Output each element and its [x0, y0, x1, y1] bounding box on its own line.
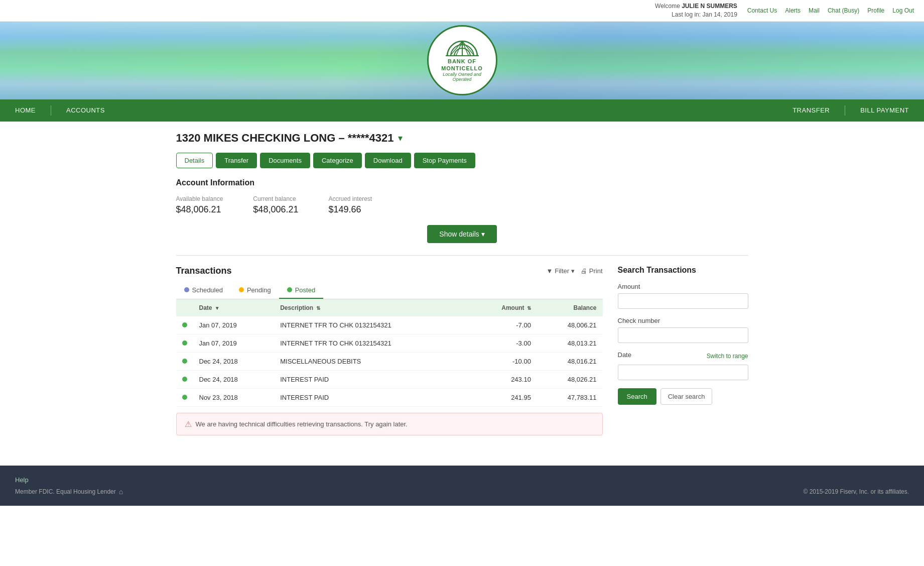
- logo-tagline: Locally Owned and Operated: [434, 72, 491, 82]
- welcome-label: Welcome: [655, 3, 680, 10]
- last-login: Last log in: Jan 14, 2019: [672, 11, 737, 18]
- equal-housing-icon: ⌂: [119, 488, 123, 496]
- row-amount: -10.00: [471, 352, 537, 370]
- amount-field: Amount: [618, 283, 748, 309]
- transactions-table: Date ▼ Description ⇅ Amount ⇅ Balance Ja…: [176, 299, 603, 407]
- username: JULIE N SUMMERS: [682, 3, 737, 10]
- transactions-section: Transactions ▼ Filter ▾ 🖨 Print Sched: [176, 266, 603, 435]
- date-label-row: Date Switch to range: [618, 351, 748, 362]
- contact-us-link[interactable]: Contact Us: [747, 7, 777, 14]
- footer-copyright: © 2015-2019 Fiserv, Inc. or its affiliat…: [804, 488, 909, 495]
- date-label: Date: [618, 351, 631, 359]
- current-balance-value: $48,006.21: [253, 204, 298, 215]
- row-balance: 48,026.21: [537, 370, 603, 388]
- error-icon: ⚠: [185, 419, 192, 429]
- amount-label: Amount: [618, 283, 748, 290]
- nav-transfer[interactable]: TRANSFER: [777, 100, 845, 120]
- show-details-button[interactable]: Show details ▾: [427, 225, 496, 243]
- account-info-grid: Available balance $48,006.21 Current bal…: [176, 195, 748, 215]
- svg-rect-5: [446, 55, 479, 56]
- nav-accounts[interactable]: ACCOUNTS: [51, 100, 120, 120]
- date-input[interactable]: [618, 365, 748, 380]
- available-balance-item: Available balance $48,006.21: [176, 195, 223, 215]
- nav-home[interactable]: HOME: [0, 100, 51, 120]
- categorize-button[interactable]: Categorize: [313, 153, 362, 168]
- details-button[interactable]: Details: [176, 153, 213, 168]
- check-number-input[interactable]: [618, 327, 748, 343]
- date-sort-icon: ▼: [215, 305, 220, 311]
- pending-dot-icon: [239, 287, 244, 292]
- download-button[interactable]: Download: [365, 153, 411, 168]
- row-date: Dec 24, 2018: [193, 352, 275, 370]
- tab-posted-label: Posted: [295, 286, 315, 294]
- footer: Help Member FDIC. Equal Housing Lender ⌂…: [0, 466, 924, 506]
- switch-range-link[interactable]: Switch to range: [707, 353, 748, 360]
- col-balance: Balance: [537, 299, 603, 316]
- accrued-interest-item: Accrued interest $149.66: [328, 195, 372, 215]
- row-amount: -7.00: [471, 316, 537, 334]
- check-number-label: Check number: [618, 317, 748, 324]
- filter-button[interactable]: ▼ Filter ▾: [546, 267, 574, 275]
- account-name: 1320 MIKES CHECKING LONG – *****4321: [176, 132, 394, 145]
- table-row: Jan 07, 2019 INTERNET TFR TO CHK 0132154…: [176, 316, 603, 334]
- row-date: Dec 24, 2018: [193, 370, 275, 388]
- tab-scheduled-label: Scheduled: [192, 286, 223, 294]
- row-dot-icon: [182, 359, 187, 364]
- footer-bottom: Member FDIC. Equal Housing Lender ⌂ © 20…: [15, 488, 909, 496]
- alerts-link[interactable]: Alerts: [785, 7, 801, 14]
- col-description[interactable]: Description ⇅: [274, 299, 471, 316]
- row-description: INTEREST PAID: [274, 388, 471, 406]
- account-dropdown-icon[interactable]: ▾: [398, 133, 403, 144]
- available-balance-label: Available balance: [176, 195, 223, 202]
- documents-button[interactable]: Documents: [260, 153, 310, 168]
- table-row: Jan 07, 2019 INTERNET TFR TO CHK 0132154…: [176, 334, 603, 352]
- scheduled-dot-icon: [184, 287, 189, 292]
- row-amount: -3.00: [471, 334, 537, 352]
- welcome-text: Welcome JULIE N SUMMERS Last log in: Jan…: [655, 2, 737, 19]
- amount-sort-icon: ⇅: [527, 305, 531, 311]
- amount-input[interactable]: [618, 293, 748, 309]
- account-info-title: Account Information: [176, 178, 748, 187]
- col-date[interactable]: Date ▼: [193, 299, 275, 316]
- row-status: [176, 352, 193, 370]
- top-links: Contact Us Alerts Mail Chat (Busy) Profi…: [747, 7, 914, 14]
- stop-payments-button[interactable]: Stop Payments: [414, 153, 475, 168]
- print-button[interactable]: 🖨 Print: [581, 267, 603, 275]
- header-banner: BANK OF MONTICELLO Locally Owned and Ope…: [0, 22, 924, 99]
- error-message: We are having technical difficulties ret…: [196, 420, 408, 428]
- posted-dot-icon: [287, 287, 292, 292]
- tab-pending[interactable]: Pending: [231, 282, 279, 299]
- table-row: Nov 23, 2018 INTEREST PAID 241.95 47,783…: [176, 388, 603, 406]
- search-button[interactable]: Search: [618, 388, 656, 405]
- check-number-field: Check number: [618, 317, 748, 343]
- chat-link[interactable]: Chat (Busy): [828, 7, 859, 14]
- date-field: Date Switch to range: [618, 351, 748, 380]
- print-label: Print: [589, 267, 603, 275]
- help-link[interactable]: Help: [15, 476, 29, 484]
- filter-label: Filter ▾: [555, 267, 575, 275]
- transfer-button[interactable]: Transfer: [216, 153, 257, 168]
- current-balance-label: Current balance: [253, 195, 298, 202]
- row-date: Jan 07, 2019: [193, 316, 275, 334]
- transaction-tabs: Scheduled Pending Posted: [176, 282, 603, 299]
- row-balance: 47,783.11: [537, 388, 603, 406]
- col-amount[interactable]: Amount ⇅: [471, 299, 537, 316]
- table-row: Dec 24, 2018 INTEREST PAID 243.10 48,026…: [176, 370, 603, 388]
- profile-link[interactable]: Profile: [867, 7, 884, 14]
- row-status: [176, 370, 193, 388]
- row-dot-icon: [182, 322, 187, 327]
- nav-right: TRANSFER BILL PAYMENT: [777, 100, 924, 120]
- tab-posted[interactable]: Posted: [279, 282, 323, 299]
- account-title: 1320 MIKES CHECKING LONG – *****4321 ▾: [176, 132, 748, 145]
- tab-scheduled[interactable]: Scheduled: [176, 282, 231, 299]
- nav-bill-payment[interactable]: BILL PAYMENT: [845, 100, 924, 120]
- row-date: Nov 23, 2018: [193, 388, 275, 406]
- fdic-text: Member FDIC. Equal Housing Lender: [15, 488, 116, 495]
- search-section: Search Transactions Amount Check number …: [618, 266, 748, 435]
- clear-search-button[interactable]: Clear search: [661, 388, 713, 405]
- search-buttons: Search Clear search: [618, 388, 748, 405]
- available-balance-value: $48,006.21: [176, 204, 223, 215]
- mail-link[interactable]: Mail: [809, 7, 820, 14]
- transactions-layout: Transactions ▼ Filter ▾ 🖨 Print Sched: [176, 266, 748, 435]
- logout-link[interactable]: Log Out: [892, 7, 914, 14]
